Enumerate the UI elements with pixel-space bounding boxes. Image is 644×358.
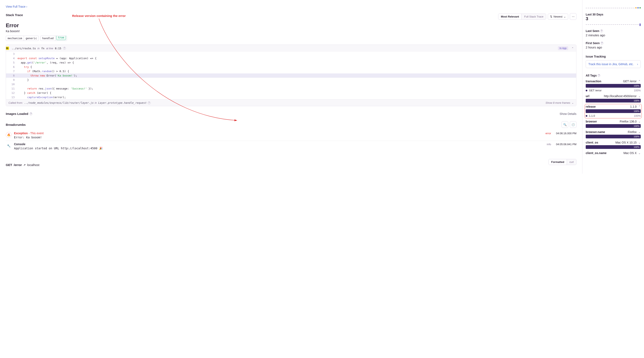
caller-file: ../node_modules/express/lib/router/layer… bbox=[24, 101, 94, 104]
tag-client_os-name: client_os.nameMac OS X⌄ bbox=[586, 151, 641, 155]
frame-in: in bbox=[38, 47, 40, 50]
most-relevant-tab[interactable]: Most Relevant bbox=[498, 14, 522, 19]
view-full-trace-label: View Full Trace bbox=[6, 5, 25, 8]
show-more-frames-button[interactable]: Show 8 more frames ⌄ bbox=[546, 101, 574, 104]
tag-bar: 100% bbox=[586, 124, 641, 128]
tag-bar: 100% bbox=[586, 145, 641, 149]
first-seen-value: 2 hours ago bbox=[586, 46, 641, 49]
sort-icon: ⇅ bbox=[550, 15, 552, 18]
line-src: } bbox=[18, 78, 576, 82]
chevron-up-icon[interactable]: ⌃ bbox=[638, 80, 641, 83]
tag-url: urlhttp://localhost:4500/error⌄100% bbox=[586, 95, 641, 103]
breadcrumb-title: Exception bbox=[14, 132, 28, 135]
request-path: /error bbox=[14, 163, 22, 167]
frame-file: ../src/route.ts bbox=[12, 47, 36, 50]
tag-name: browser bbox=[586, 120, 597, 123]
chevron-down-icon[interactable]: ⌄ bbox=[638, 151, 641, 155]
formatted-tab[interactable]: Formatted bbox=[548, 159, 567, 165]
line-src: captureException(error); bbox=[18, 95, 576, 99]
source-code: 3 4export const setupRoute = (app: Appli… bbox=[6, 52, 576, 99]
breadcrumb-message: Error: Ka booom! bbox=[14, 136, 543, 139]
tag-bar: 100% bbox=[586, 135, 641, 138]
view-full-trace-link[interactable]: View Full Trace › bbox=[6, 5, 27, 8]
show-more-frames-label: Show 8 more frames bbox=[546, 101, 570, 104]
breadcrumbs-title: Breadcrumbs bbox=[6, 123, 26, 126]
chevron-down-icon: ⌄ bbox=[564, 15, 566, 18]
handled-key: handled bbox=[40, 36, 55, 41]
chevron-down-icon[interactable]: ⌄ bbox=[638, 120, 641, 123]
js-badge-icon: JS bbox=[6, 47, 9, 50]
frame-line-col: 8:15 bbox=[55, 47, 61, 50]
tag-item[interactable]: 1.1.0100% bbox=[586, 114, 641, 117]
line-number: 12 bbox=[6, 91, 18, 95]
breadcrumb-timestamp: 04:06:16.000 PM bbox=[556, 132, 576, 135]
last-seen-label: Last Seen? bbox=[586, 29, 641, 33]
tag-value: GET /error bbox=[623, 80, 636, 83]
breadcrumb-timestamp: 04:05:08.841 PM bbox=[556, 143, 576, 146]
tag-name: client_os bbox=[586, 141, 598, 144]
tag-value: Firefox 136.0 bbox=[620, 120, 636, 123]
tag-value: http://localhost:4500/error bbox=[604, 95, 636, 98]
tag-value: Mac OS X bbox=[624, 151, 636, 155]
frame-at-line: at line bbox=[46, 47, 53, 50]
breadcrumb-level: info bbox=[547, 143, 551, 146]
tag-name: transaction bbox=[586, 80, 601, 83]
handled-value-true: true bbox=[56, 36, 66, 40]
show-details-link[interactable]: Show Details bbox=[560, 112, 576, 116]
caller-in: in bbox=[95, 101, 97, 104]
help-icon[interactable]: ? bbox=[63, 47, 66, 50]
line-number: 4 bbox=[6, 56, 18, 61]
search-breadcrumbs-button[interactable]: 🔍 bbox=[562, 121, 568, 128]
help-icon[interactable]: ? bbox=[600, 42, 604, 45]
track-issue-label: Track this issue in Jira, GitHub, etc. bbox=[588, 63, 634, 66]
chevron-right-icon: › bbox=[637, 63, 638, 66]
line-src: throw new Error('Ka booom!'); bbox=[18, 73, 576, 78]
line-src: } catch (error) { bbox=[18, 91, 576, 95]
curl-tab[interactable]: curl bbox=[567, 159, 576, 165]
tag-bar: 100% bbox=[586, 99, 641, 103]
request-view-segment: Formatted curl bbox=[548, 159, 576, 165]
chevron-right-icon: › bbox=[26, 5, 27, 8]
sparkline-placeholder bbox=[586, 24, 641, 25]
tag-name: url bbox=[586, 95, 590, 98]
time-format-button[interactable]: 🕘 bbox=[570, 121, 576, 128]
tag-value: Firefox bbox=[628, 130, 636, 134]
stack-frame: JS ../src/route.ts in fn at line 8:15 ? … bbox=[6, 45, 576, 106]
chevron-down-icon[interactable]: ⌄ bbox=[638, 95, 641, 98]
tag-item-pct: 100% bbox=[634, 114, 641, 117]
line-number: 9 bbox=[6, 78, 18, 82]
chevron-down-icon[interactable]: ⌄ bbox=[638, 141, 641, 144]
mechanism-value: generic bbox=[24, 36, 38, 41]
chevron-down-icon[interactable]: ⌄ bbox=[638, 130, 641, 134]
full-stack-trace-tab[interactable]: Full Stack Trace bbox=[522, 14, 546, 19]
help-icon[interactable]: ? bbox=[30, 112, 32, 115]
breadcrumb-title: Console bbox=[14, 143, 25, 146]
track-issue-button[interactable]: Track this issue in Jira, GitHub, etc. › bbox=[586, 60, 641, 68]
frame-fn: fn bbox=[41, 47, 44, 50]
sparkline-placeholder bbox=[586, 8, 641, 8]
help-icon[interactable]: ? bbox=[600, 30, 603, 32]
collapse-frame-icon[interactable]: ⌃ bbox=[572, 47, 574, 50]
request-host: localhost bbox=[27, 163, 39, 167]
stack-trace-title: Stack Trace bbox=[6, 13, 23, 17]
help-icon[interactable]: ? bbox=[148, 102, 150, 104]
line-number: 6 bbox=[6, 65, 18, 69]
handled-pill: handled true bbox=[40, 36, 67, 41]
tag-item-label: 1.1.0 bbox=[589, 114, 595, 117]
breadcrumb-level: error bbox=[546, 132, 551, 135]
help-icon[interactable]: ? bbox=[598, 74, 600, 77]
tag-name: release bbox=[586, 105, 596, 108]
more-actions-button[interactable]: ⋯ bbox=[570, 13, 576, 20]
line-src: if (Math.random() > 0.5) { bbox=[18, 69, 576, 73]
tag-bar: 100% bbox=[586, 109, 641, 113]
line-src: return res.json({ message: 'Success!' })… bbox=[18, 86, 576, 91]
chevron-up-icon[interactable]: ⌃ bbox=[638, 105, 641, 108]
external-link-icon[interactable]: ↗ bbox=[24, 164, 26, 166]
line-number: 3 bbox=[6, 52, 18, 56]
error-title: Error bbox=[6, 22, 576, 29]
tag-item[interactable]: GET /error100% bbox=[586, 89, 641, 92]
line-number: 7 bbox=[6, 69, 18, 73]
tag-name: client_os.name bbox=[586, 151, 606, 155]
line-src: app.get('/error', (req, res) => { bbox=[18, 61, 576, 65]
sort-button[interactable]: ⇅ Newest ⌄ bbox=[548, 14, 568, 20]
